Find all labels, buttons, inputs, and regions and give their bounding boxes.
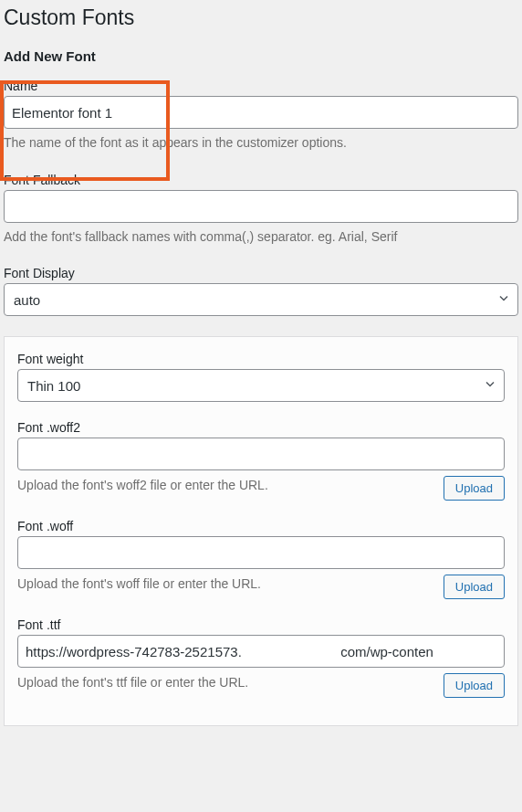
woff-input[interactable] (17, 536, 505, 569)
woff-label: Font .woff (17, 519, 505, 533)
fallback-label: Font Fallback (4, 173, 518, 187)
name-input[interactable] (4, 96, 518, 129)
woff-field-block: Font .woff Upload the font's woff file o… (17, 519, 505, 599)
name-field-block: Name The name of the font as it appears … (4, 79, 518, 153)
font-variation-card: Font weight Thin 100 Font .woff2 Upload … (4, 336, 518, 726)
display-field-block: Font Display auto (4, 266, 518, 316)
woff2-input[interactable] (17, 438, 505, 470)
page-subtitle: Add New Font (4, 48, 518, 64)
woff2-label: Font .woff2 (17, 420, 505, 435)
ttf-input[interactable] (17, 635, 505, 668)
ttf-label: Font .ttf (17, 617, 505, 632)
page-title: Custom Fonts (4, 0, 518, 34)
fallback-input[interactable] (4, 190, 518, 223)
woff2-help: Upload the font's woff2 file or enter th… (17, 476, 434, 495)
weight-field-block: Font weight Thin 100 (17, 352, 505, 402)
fallback-help: Add the font's fallback names with comma… (4, 228, 518, 247)
weight-select[interactable]: Thin 100 (17, 369, 505, 402)
name-label: Name (4, 79, 518, 93)
woff-upload-button[interactable]: Upload (444, 575, 505, 599)
ttf-upload-button[interactable]: Upload (444, 673, 505, 698)
weight-label: Font weight (17, 352, 505, 366)
woff2-field-block: Font .woff2 Upload the font's woff2 file… (17, 420, 505, 501)
fallback-field-block: Font Fallback Add the font's fallback na… (4, 173, 518, 247)
display-label: Font Display (4, 266, 518, 280)
name-help: The name of the font as it appears in th… (4, 134, 518, 153)
woff-help: Upload the font's woff file or enter the… (17, 575, 434, 594)
ttf-field-block: Font .ttf Upload the font's ttf file or … (17, 617, 505, 698)
display-select[interactable]: auto (4, 283, 518, 316)
woff2-upload-button[interactable]: Upload (444, 476, 505, 501)
ttf-help: Upload the font's ttf file or enter the … (17, 673, 434, 692)
